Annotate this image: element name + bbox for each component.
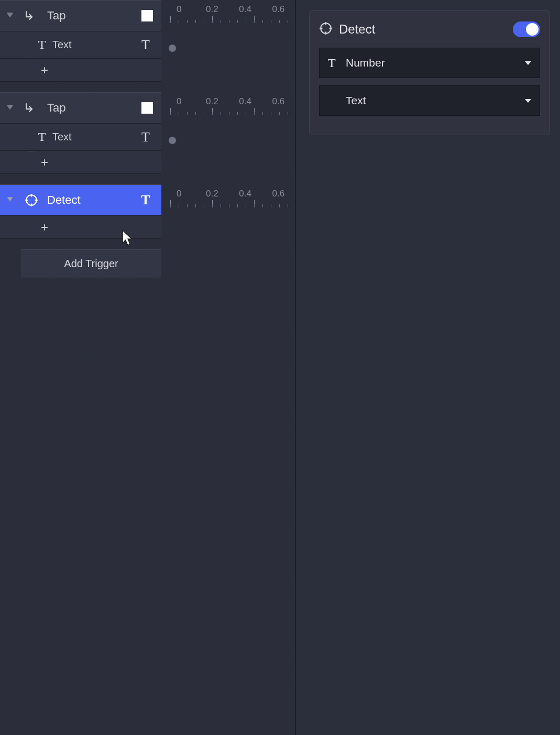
plus-icon: +	[41, 220, 48, 235]
keyframe-dot[interactable]	[169, 45, 176, 52]
inspector-header: Detect	[319, 11, 540, 48]
text-type-icon: T	[137, 192, 154, 208]
text-icon: T	[328, 56, 346, 70]
add-trigger-button[interactable]: Add Trigger	[21, 249, 161, 278]
ruler-tick: 0.2	[195, 96, 228, 107]
text-icon: T	[31, 38, 52, 52]
svg-marker-1	[7, 105, 13, 109]
value-type-dropdown[interactable]: T Number	[319, 48, 540, 78]
detect-icon	[20, 193, 43, 207]
ruler-tick: 0.4	[229, 96, 262, 107]
dropdown-label: Number	[346, 57, 525, 69]
child-label: Text	[52, 131, 135, 143]
inspector-title: Detect	[339, 22, 513, 37]
tap-icon	[20, 9, 43, 23]
keyframe-dot[interactable]	[169, 137, 176, 144]
trigger-header-detect[interactable]: Detect T	[0, 184, 161, 216]
trigger-label: Tap	[47, 101, 141, 115]
trigger-block: Tap T Text T + 0 0.2 0.4 0.6	[0, 92, 295, 174]
add-child-button[interactable]: +	[0, 151, 161, 174]
trigger-block: Tap T Text T + 0 0.2 0.4 0.6	[0, 0, 295, 82]
chevron-down-icon	[525, 61, 531, 65]
chevron-down-icon	[525, 99, 531, 103]
detect-icon	[319, 21, 333, 38]
trigger-header-tap[interactable]: Tap	[0, 0, 161, 31]
ruler-tick: 0.6	[262, 96, 295, 107]
svg-marker-2	[7, 197, 13, 201]
cursor-icon	[123, 231, 134, 246]
color-swatch[interactable]	[141, 102, 153, 114]
enable-toggle[interactable]	[513, 21, 540, 37]
disclosure-icon[interactable]	[0, 13, 20, 19]
ruler-tick: 0.2	[195, 4, 228, 15]
ruler-tick: 0.4	[229, 4, 262, 15]
text-icon: T	[31, 130, 52, 144]
trigger-child-row[interactable]: T Text T	[0, 31, 161, 59]
svg-marker-0	[7, 13, 13, 17]
color-swatch[interactable]	[141, 10, 153, 21]
target-dropdown[interactable]: Text	[319, 85, 540, 116]
add-trigger-label: Add Trigger	[64, 258, 118, 270]
trigger-child-row[interactable]: T Text T	[0, 124, 161, 151]
trigger-label: Tap	[47, 9, 141, 23]
inspector-panel: Detect T Number Text	[309, 10, 550, 135]
dropdown-label: Text	[346, 94, 525, 107]
ruler-marks	[162, 16, 295, 25]
ruler-tick: 0	[162, 189, 195, 199]
timeline-pane: Tap T Text T + 0 0.2 0.4 0.6	[0, 0, 296, 735]
trigger-header-tap[interactable]: Tap	[0, 92, 161, 124]
plus-icon: +	[41, 63, 48, 78]
ruler-tick: 0.2	[195, 189, 228, 199]
ruler-tick: 0.6	[262, 4, 295, 15]
tap-icon	[20, 101, 43, 115]
ruler-tick: 0.4	[229, 189, 262, 199]
disclosure-icon[interactable]	[0, 197, 20, 203]
ruler-marks	[162, 108, 295, 117]
text-type-icon: T	[135, 129, 156, 145]
disclosure-icon[interactable]	[0, 105, 20, 111]
svg-marker-8	[123, 231, 131, 245]
add-child-button[interactable]: +	[0, 59, 161, 82]
trigger-label: Detect	[47, 193, 137, 207]
text-type-icon: T	[135, 37, 156, 53]
ruler-tick: 0	[162, 96, 195, 107]
trigger-block: Detect T + 0 0.2 0.4 0.6	[0, 184, 295, 239]
plus-icon: +	[41, 155, 48, 170]
ruler-marks	[162, 200, 295, 210]
add-child-button[interactable]: +	[0, 216, 161, 239]
ruler-tick: 0	[162, 4, 195, 15]
ruler-tick: 0.6	[262, 189, 295, 199]
child-label: Text	[52, 39, 135, 51]
